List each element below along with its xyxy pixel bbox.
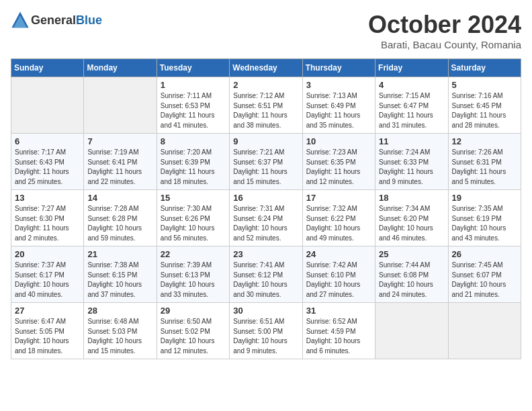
day-info: Sunrise: 7:21 AMSunset: 6:37 PMDaylight:… [233, 148, 298, 187]
day-info: Sunrise: 7:32 AMSunset: 6:22 PMDaylight:… [306, 204, 371, 243]
page-header: GeneralBlue October 2024 Barati, Bacau C… [11, 11, 521, 50]
day-number: 9 [233, 136, 298, 146]
day-info: Sunrise: 6:47 AMSunset: 5:05 PMDaylight:… [15, 317, 80, 356]
day-info: Sunrise: 6:52 AMSunset: 4:59 PMDaylight:… [306, 317, 371, 356]
calendar-week-3: 13Sunrise: 7:27 AMSunset: 6:30 PMDayligh… [11, 190, 521, 246]
calendar-cell: 4Sunrise: 7:15 AMSunset: 6:47 PMDaylight… [375, 77, 448, 134]
logo: GeneralBlue [11, 11, 102, 30]
calendar-cell: 28Sunrise: 6:48 AMSunset: 5:03 PMDayligh… [84, 303, 157, 359]
logo-icon [11, 11, 30, 30]
title-block: October 2024 Barati, Bacau County, Roman… [368, 11, 521, 50]
day-number: 14 [87, 193, 152, 203]
weekday-header-row: SundayMondayTuesdayWednesdayThursdayFrid… [11, 59, 521, 77]
calendar-cell: 23Sunrise: 7:41 AMSunset: 6:12 PMDayligh… [230, 246, 302, 303]
weekday-header-saturday: Saturday [448, 59, 521, 77]
logo-text-blue: Blue [76, 13, 102, 27]
day-info: Sunrise: 7:13 AMSunset: 6:49 PMDaylight:… [306, 91, 371, 130]
calendar-cell [448, 303, 521, 359]
day-info: Sunrise: 7:30 AMSunset: 6:26 PMDaylight:… [161, 204, 226, 243]
calendar-cell: 8Sunrise: 7:20 AMSunset: 6:39 PMDaylight… [157, 134, 229, 190]
day-info: Sunrise: 7:27 AMSunset: 6:30 PMDaylight:… [15, 204, 80, 243]
day-number: 3 [306, 80, 371, 90]
day-number: 11 [379, 136, 444, 146]
calendar-cell: 6Sunrise: 7:17 AMSunset: 6:43 PMDaylight… [11, 134, 84, 190]
day-number: 22 [161, 249, 226, 259]
day-info: Sunrise: 7:12 AMSunset: 6:51 PMDaylight:… [233, 91, 298, 130]
day-number: 24 [306, 249, 371, 259]
day-info: Sunrise: 7:35 AMSunset: 6:19 PMDaylight:… [452, 204, 517, 243]
calendar-cell: 22Sunrise: 7:39 AMSunset: 6:13 PMDayligh… [157, 246, 229, 303]
day-number: 12 [452, 136, 517, 146]
day-number: 17 [306, 193, 371, 203]
day-info: Sunrise: 6:50 AMSunset: 5:02 PMDaylight:… [161, 317, 226, 356]
day-number: 27 [15, 306, 80, 316]
day-number: 4 [379, 80, 444, 90]
calendar-cell: 11Sunrise: 7:24 AMSunset: 6:33 PMDayligh… [375, 134, 448, 190]
calendar-cell: 18Sunrise: 7:34 AMSunset: 6:20 PMDayligh… [375, 190, 448, 246]
day-info: Sunrise: 6:51 AMSunset: 5:00 PMDaylight:… [233, 317, 298, 356]
day-info: Sunrise: 6:48 AMSunset: 5:03 PMDaylight:… [87, 317, 152, 356]
day-info: Sunrise: 7:15 AMSunset: 6:47 PMDaylight:… [379, 91, 444, 130]
weekday-header-monday: Monday [84, 59, 157, 77]
day-number: 13 [15, 193, 80, 203]
calendar-week-2: 6Sunrise: 7:17 AMSunset: 6:43 PMDaylight… [11, 134, 521, 190]
calendar-cell: 13Sunrise: 7:27 AMSunset: 6:30 PMDayligh… [11, 190, 84, 246]
calendar-cell: 31Sunrise: 6:52 AMSunset: 4:59 PMDayligh… [302, 303, 375, 359]
day-info: Sunrise: 7:28 AMSunset: 6:28 PMDaylight:… [87, 204, 152, 243]
calendar-cell: 12Sunrise: 7:26 AMSunset: 6:31 PMDayligh… [448, 134, 521, 190]
day-info: Sunrise: 7:44 AMSunset: 6:08 PMDaylight:… [379, 261, 444, 300]
location-title: Barati, Bacau County, Romania [368, 39, 521, 50]
day-number: 19 [452, 193, 517, 203]
day-number: 7 [87, 136, 152, 146]
day-number: 18 [379, 193, 444, 203]
calendar-cell: 29Sunrise: 6:50 AMSunset: 5:02 PMDayligh… [157, 303, 229, 359]
calendar-cell: 27Sunrise: 6:47 AMSunset: 5:05 PMDayligh… [11, 303, 84, 359]
day-number: 30 [233, 306, 298, 316]
calendar-cell: 21Sunrise: 7:38 AMSunset: 6:15 PMDayligh… [84, 246, 157, 303]
calendar-cell: 14Sunrise: 7:28 AMSunset: 6:28 PMDayligh… [84, 190, 157, 246]
day-number: 5 [452, 80, 517, 90]
day-info: Sunrise: 7:20 AMSunset: 6:39 PMDaylight:… [161, 148, 226, 187]
day-info: Sunrise: 7:23 AMSunset: 6:35 PMDaylight:… [306, 148, 371, 187]
day-number: 16 [233, 193, 298, 203]
day-info: Sunrise: 7:17 AMSunset: 6:43 PMDaylight:… [15, 148, 80, 187]
day-number: 31 [306, 306, 371, 316]
calendar-week-5: 27Sunrise: 6:47 AMSunset: 5:05 PMDayligh… [11, 303, 521, 359]
weekday-header-tuesday: Tuesday [157, 59, 229, 77]
calendar-week-1: 1Sunrise: 7:11 AMSunset: 6:53 PMDaylight… [11, 77, 521, 134]
calendar-cell: 1Sunrise: 7:11 AMSunset: 6:53 PMDaylight… [157, 77, 229, 134]
day-number: 2 [233, 80, 298, 90]
calendar-cell: 25Sunrise: 7:44 AMSunset: 6:08 PMDayligh… [375, 246, 448, 303]
day-info: Sunrise: 7:34 AMSunset: 6:20 PMDaylight:… [379, 204, 444, 243]
calendar-week-4: 20Sunrise: 7:37 AMSunset: 6:17 PMDayligh… [11, 246, 521, 303]
calendar-body: 1Sunrise: 7:11 AMSunset: 6:53 PMDaylight… [11, 77, 521, 359]
calendar-cell [375, 303, 448, 359]
weekday-header-thursday: Thursday [302, 59, 375, 77]
calendar-cell: 20Sunrise: 7:37 AMSunset: 6:17 PMDayligh… [11, 246, 84, 303]
day-info: Sunrise: 7:42 AMSunset: 6:10 PMDaylight:… [306, 261, 371, 300]
day-number: 25 [379, 249, 444, 259]
calendar-cell: 16Sunrise: 7:31 AMSunset: 6:24 PMDayligh… [230, 190, 302, 246]
calendar-table: SundayMondayTuesdayWednesdayThursdayFrid… [11, 58, 521, 359]
day-info: Sunrise: 7:39 AMSunset: 6:13 PMDaylight:… [161, 261, 226, 300]
calendar-cell: 26Sunrise: 7:45 AMSunset: 6:07 PMDayligh… [448, 246, 521, 303]
day-number: 15 [161, 193, 226, 203]
day-info: Sunrise: 7:45 AMSunset: 6:07 PMDaylight:… [452, 261, 517, 300]
calendar-cell [84, 77, 157, 134]
weekday-header-wednesday: Wednesday [230, 59, 302, 77]
day-info: Sunrise: 7:37 AMSunset: 6:17 PMDaylight:… [15, 261, 80, 300]
calendar-cell: 3Sunrise: 7:13 AMSunset: 6:49 PMDaylight… [302, 77, 375, 134]
day-info: Sunrise: 7:19 AMSunset: 6:41 PMDaylight:… [87, 148, 152, 187]
day-info: Sunrise: 7:31 AMSunset: 6:24 PMDaylight:… [233, 204, 298, 243]
calendar-cell: 9Sunrise: 7:21 AMSunset: 6:37 PMDaylight… [230, 134, 302, 190]
calendar-cell: 10Sunrise: 7:23 AMSunset: 6:35 PMDayligh… [302, 134, 375, 190]
calendar-cell [11, 77, 84, 134]
day-info: Sunrise: 7:11 AMSunset: 6:53 PMDaylight:… [161, 91, 226, 130]
day-number: 20 [15, 249, 80, 259]
weekday-header-sunday: Sunday [11, 59, 84, 77]
day-number: 29 [161, 306, 226, 316]
calendar-cell: 5Sunrise: 7:16 AMSunset: 6:45 PMDaylight… [448, 77, 521, 134]
calendar-cell: 30Sunrise: 6:51 AMSunset: 5:00 PMDayligh… [230, 303, 302, 359]
day-info: Sunrise: 7:24 AMSunset: 6:33 PMDaylight:… [379, 148, 444, 187]
day-number: 10 [306, 136, 371, 146]
